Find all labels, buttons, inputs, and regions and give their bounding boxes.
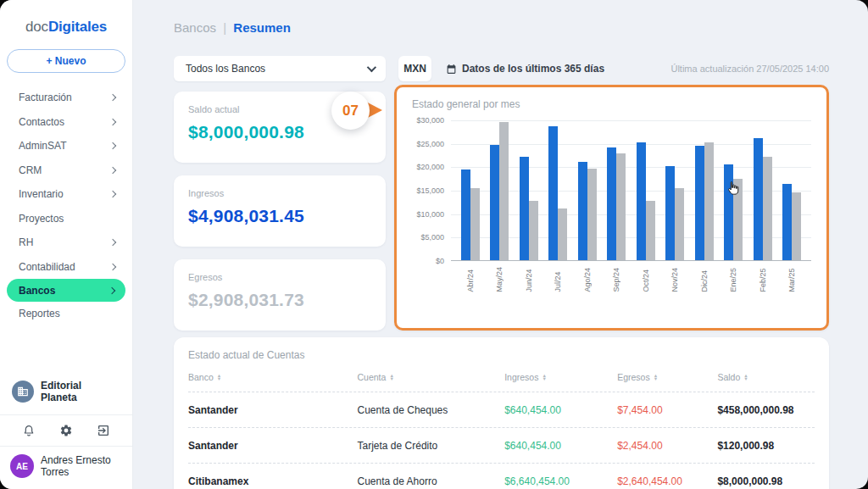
bar-egresos[interactable]: [587, 169, 597, 260]
bar-group[interactable]: [548, 126, 567, 260]
sort-icon: ▲▼: [654, 374, 658, 381]
building-icon: [12, 381, 34, 403]
cell-banco: Santander: [188, 440, 358, 452]
bar-ingresos[interactable]: [520, 157, 529, 260]
bar-egresos[interactable]: [529, 201, 538, 260]
column-label: Cuenta: [358, 372, 387, 382]
bar-egresos[interactable]: [470, 188, 480, 260]
bar-ingresos[interactable]: [637, 142, 646, 260]
bar-ingresos[interactable]: [578, 162, 587, 260]
sort-icon: ▲▼: [217, 374, 221, 381]
x-tick-label: May/24: [490, 267, 509, 292]
x-tick-label: Dic/24: [695, 267, 714, 292]
bar-ingresos[interactable]: [782, 184, 792, 260]
breadcrumb-parent[interactable]: Bancos: [174, 20, 216, 35]
bar-ingresos[interactable]: [695, 146, 704, 260]
calendar-icon: [446, 64, 457, 75]
y-tick-label: $10,000: [416, 210, 444, 219]
cell-egresos: $2,640,454.00: [617, 475, 717, 487]
sidebar-item-facturacion[interactable]: Facturación: [0, 86, 132, 110]
table-row[interactable]: SantanderTarjeta de Crédito$640,454.00$2…: [188, 428, 815, 464]
sidebar-item-proyectos[interactable]: Proyectos: [0, 207, 132, 231]
bar-ingresos[interactable]: [548, 126, 558, 260]
bar-ingresos[interactable]: [665, 166, 675, 260]
user-row[interactable]: AE Andres Ernesto Torres: [0, 447, 132, 489]
bank-select[interactable]: Todos los Bancos: [174, 56, 386, 81]
sidebar-item-bancos[interactable]: Bancos: [7, 279, 125, 302]
breadcrumb-current: Resumen: [233, 20, 291, 35]
bar-group[interactable]: [490, 122, 509, 260]
chart-x-labels: Abr/24May/24Jun/24Jul/24Ago/24Sep/24Oct/…: [451, 267, 811, 292]
y-tick-label: $30,000: [416, 116, 444, 125]
x-tick-text: Ago/24: [583, 267, 592, 292]
bar-group[interactable]: [578, 162, 597, 260]
y-tick-label: $15,000: [416, 186, 444, 195]
bar-group[interactable]: [782, 184, 801, 260]
bar-egresos[interactable]: [704, 142, 714, 260]
sidebar-item-contabilidad[interactable]: Contabilidad: [0, 255, 132, 280]
sidebar-item-inventario[interactable]: Inventario: [0, 182, 132, 207]
sort-icon: ▲▼: [542, 374, 546, 381]
chart-bars: [451, 120, 811, 260]
sidebar-item-label: Contactos: [19, 116, 64, 128]
bell-icon[interactable]: [20, 422, 37, 439]
logout-icon[interactable]: [95, 422, 112, 439]
sidebar-item-adminsat[interactable]: AdminSAT: [0, 134, 132, 158]
column-header-egresos[interactable]: Egresos▲▼: [617, 372, 717, 382]
currency-tab[interactable]: MXN: [398, 56, 431, 81]
bar-group[interactable]: [695, 142, 714, 260]
bar-ingresos[interactable]: [607, 147, 616, 260]
chevron-right-icon: [109, 94, 116, 101]
sidebar-item-reportes[interactable]: Reportes: [0, 302, 132, 326]
chevron-right-icon: [109, 167, 116, 174]
column-header-ingresos[interactable]: Ingresos▲▼: [504, 372, 617, 382]
chart-plot-wrap: Abr/24May/24Jun/24Jul/24Ago/24Sep/24Oct/…: [451, 120, 811, 292]
sidebar-item-contactos[interactable]: Contactos: [0, 110, 132, 135]
bar-egresos[interactable]: [646, 201, 655, 260]
bar-group[interactable]: [665, 166, 684, 260]
bar-ingresos[interactable]: [490, 145, 499, 260]
bar-group[interactable]: [754, 138, 772, 260]
bar-group[interactable]: [724, 164, 743, 260]
company-row[interactable]: Editorial Planeta: [0, 371, 132, 414]
bar-egresos[interactable]: [499, 122, 509, 260]
card-label: Egresos: [188, 272, 371, 282]
sidebar: docDigitales + Nuevo FacturaciónContacto…: [0, 0, 133, 489]
new-button[interactable]: + Nuevo: [7, 49, 125, 73]
bar-group[interactable]: [637, 142, 655, 260]
x-tick-text: Mar/25: [787, 267, 796, 292]
column-header-saldo[interactable]: Saldo▲▼: [717, 372, 815, 382]
y-tick-label: $25,000: [416, 140, 444, 148]
sidebar-item-crm[interactable]: CRM: [0, 158, 132, 183]
table-row[interactable]: SantanderCuenta de Cheques$640,454.00$7,…: [188, 392, 815, 428]
bar-ingresos[interactable]: [724, 164, 733, 260]
logo-prefix: doc: [25, 19, 48, 35]
x-tick-text: Jun/24: [525, 267, 533, 292]
bar-ingresos[interactable]: [461, 169, 470, 260]
bar-egresos[interactable]: [763, 157, 772, 260]
bar-egresos[interactable]: [616, 153, 626, 260]
bar-ingresos[interactable]: [754, 138, 763, 260]
y-tick-label: $20,000: [416, 163, 444, 171]
bar-group[interactable]: [607, 147, 626, 260]
table-row[interactable]: CitibanamexCuenta de Ahorro$6,640,454.00…: [188, 464, 815, 489]
cell-cuenta: Tarjeta de Crédito: [358, 440, 505, 452]
column-header-cuenta[interactable]: Cuenta▲▼: [358, 372, 505, 382]
x-tick-text: Ene/25: [729, 267, 737, 292]
bar-group[interactable]: [520, 157, 538, 260]
bar-egresos[interactable]: [675, 188, 684, 260]
sort-icon: ▲▼: [743, 374, 748, 381]
bar-egresos[interactable]: [792, 192, 801, 260]
bar-egresos[interactable]: [558, 208, 567, 260]
gear-icon[interactable]: [58, 422, 75, 439]
column-header-banco[interactable]: Banco▲▼: [188, 372, 358, 382]
bar-group[interactable]: [461, 169, 480, 260]
column-label: Saldo: [717, 372, 740, 382]
sidebar-item-label: CRM: [19, 164, 42, 176]
date-range[interactable]: Datos de los últimos 365 días: [446, 63, 604, 75]
dashboard-row: Saldo actual$8,000,000.98Ingresos$4,908,…: [174, 85, 829, 331]
sidebar-item-label: AdminSAT: [19, 140, 66, 152]
sidebar-item-rh[interactable]: RH: [0, 231, 132, 255]
sidebar-item-label: RH: [19, 236, 33, 248]
summary-card-ingresos: Ingresos$4,908,031.45: [174, 175, 386, 247]
